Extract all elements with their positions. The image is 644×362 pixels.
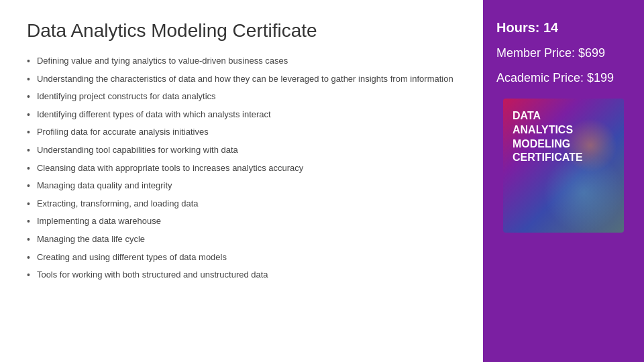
bullet-list: Defining value and tying analytics to va… [27,55,456,282]
list-item: Cleansing data with appropriate tools to… [27,162,456,176]
list-item: Profiling data for accurate analysis ini… [27,126,456,139]
sidebar: Hours: 14 Member Price: $699 Academic Pr… [483,0,644,362]
list-item: Understanding tool capabilities for work… [27,144,456,158]
list-item: Defining value and tying analytics to va… [27,55,456,68]
book-title: DATA ANALYTICS MODELING CERTIFICATE [513,109,583,165]
list-item: Implementing a data warehouse [27,215,456,229]
list-item: Managing the data life cycle [27,233,456,247]
sidebar-hours: Hours: 14 [496,20,558,36]
book-title-line2: ANALYTICS [513,124,573,135]
list-item: Identifying project constructs for data … [27,90,456,104]
list-item: Identifying different types of data with… [27,109,456,122]
book-cover: DATA ANALYTICS MODELING CERTIFICATE [503,99,624,233]
list-item: Understanding the characteristics of dat… [27,73,456,86]
book-title-line3: MODELING [513,138,570,149]
list-item: Tools for working with both structured a… [27,269,456,282]
sidebar-academic-price: Academic Price: $199 [496,71,614,85]
main-content: Data Analytics Modeling Certificate Defi… [0,0,483,362]
list-item: Creating and using different types of da… [27,251,456,265]
book-title-line4: CERTIFICATE [513,152,583,163]
list-item: Managing data quality and integrity [27,180,456,193]
page-title: Data Analytics Modeling Certificate [27,20,456,42]
sidebar-member-price: Member Price: $699 [496,46,605,60]
list-item: Extracting, transforming, and loading da… [27,198,456,211]
book-title-line1: DATA [513,110,541,121]
